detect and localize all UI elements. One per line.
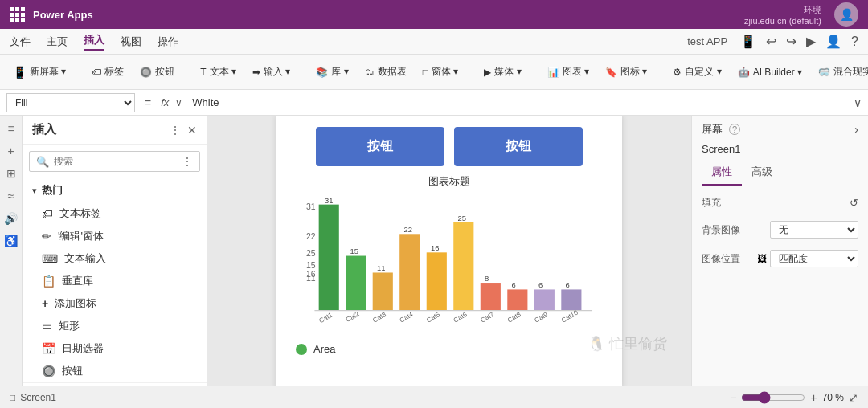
ribbon-form[interactable]: □窗体 ▾ [416,62,465,82]
item-button[interactable]: 🔘 按钮 [23,360,207,382]
ribbon-text[interactable]: T文本 ▾ [194,62,243,82]
title-bar-right: 环境 zjiu.edu.cn (default) 👤 [744,2,858,27]
watermark: 🐧 忙里偷货 [588,334,667,353]
canvas-button-2[interactable]: 按钮 [454,127,583,166]
menu-view[interactable]: 视图 [121,35,141,49]
svg-rect-22 [534,289,555,310]
gallery-icon: 📚 [316,67,328,78]
item-add-icon[interactable]: + 添加图标 [23,292,207,315]
user-icon[interactable]: 👤 [825,34,841,49]
fill-value: ↺ [850,197,858,209]
formula-bar: Fill = fx ∨ ∨ [0,90,868,116]
zoom-minus-btn[interactable]: − [730,391,736,404]
item-text-input[interactable]: ⌨ 文本输入 [23,247,207,270]
strip-insert-icon[interactable]: + [7,145,14,157]
legend-dot [296,344,307,355]
ribbon-datatable[interactable]: 🗂数据表 [358,62,413,82]
strip-media-icon[interactable]: 🔊 [4,212,18,225]
hot-chevron-icon: ▾ [32,186,37,196]
left-panel: 插入 ⋮ ✕ 🔍 ⋮ ▾ 热门 🏷 文本标签 ✏ '编辑'窗体 [23,116,207,386]
strip-tree-icon[interactable]: ≡ [7,122,14,135]
right-panel-help-icon[interactable]: ? [729,124,740,135]
strip-accessibility-icon[interactable]: ♿ [4,235,18,247]
ribbon-media[interactable]: ▶媒体 ▾ [477,62,527,82]
svg-rect-12 [399,234,420,310]
waffle-menu[interactable] [10,7,25,22]
search-input[interactable] [54,156,177,167]
help-icon[interactable]: ? [851,35,858,49]
ribbon-chart[interactable]: 📊图表 ▾ [541,62,596,82]
formula-expand-icon[interactable]: ∨ [854,96,862,109]
search-box: 🔍 ⋮ [29,151,200,172]
menu-file[interactable]: 文件 [10,35,31,49]
icons-icon: 🔖 [605,67,617,78]
item-datepicker[interactable]: 📅 日期选器 [23,337,207,360]
tab-properties[interactable]: 属性 [702,160,742,186]
image-position-select[interactable]: 匹配度 [770,250,858,267]
panel-header: 插入 ⋮ ✕ [23,116,207,145]
legend-label: Area [313,343,335,355]
fullscreen-icon[interactable]: ⤢ [849,391,858,404]
zoom-plus-btn[interactable]: + [810,391,817,404]
ai-icon: 🤖 [738,67,750,78]
formula-chevron-icon[interactable]: ∨ [175,97,182,108]
canvas-button-1[interactable]: 按钮 [316,127,444,166]
status-screen-icon: □ [10,392,15,403]
menu-home[interactable]: 主页 [47,35,68,49]
svg-text:25: 25 [306,249,316,258]
ribbon-gallery[interactable]: 📚库 ▾ [309,62,354,82]
undo-icon[interactable]: ↩ [766,34,776,49]
menu-action[interactable]: 操作 [158,35,178,49]
formula-input[interactable] [189,95,847,110]
ribbon-label[interactable]: 🏷标签 [85,62,130,82]
item-edit-form[interactable]: ✏ '编辑'窗体 [23,225,207,247]
ribbon-button[interactable]: 🔘按钮 [133,62,181,82]
zoom-slider[interactable] [741,391,805,404]
item-text-label[interactable]: 🏷 文本标签 [23,202,207,225]
avatar[interactable]: 👤 [834,2,858,27]
svg-text:Cat6: Cat6 [452,310,469,324]
section-input-header[interactable]: › 输入 [23,383,207,386]
formula-selector[interactable]: Fill [6,93,135,112]
title-bar: Power Apps 环境 zjiu.edu.cn (default) 👤 [0,0,868,29]
svg-text:16: 16 [431,243,439,252]
menu-insert[interactable]: 插入 [84,33,104,51]
section-hot-header[interactable]: ▾ 热门 [23,178,207,202]
chart-title: 图表标题 [289,174,609,189]
svg-rect-16 [453,222,473,311]
ribbon-ai[interactable]: 🤖AI Builder ▾ [731,63,809,81]
panel-close-icon[interactable]: ✕ [187,124,197,137]
item-rectangle[interactable]: ▭ 矩形 [23,315,207,337]
button-icon: 🔘 [140,67,152,78]
form-icon: □ [423,67,428,78]
image-position-value: 🖼 匹配度 [757,250,858,267]
env-org: zjiu.edu.cn (default) [744,16,821,26]
strip-var-icon[interactable]: ≈ [8,190,14,202]
new-screen-icon: 📱 [13,66,27,79]
text-label-icon: 🏷 [42,207,53,220]
env-info: 环境 zjiu.edu.cn (default) [744,4,821,26]
svg-text:Cat9: Cat9 [533,310,550,324]
strip-data-icon[interactable]: ⊞ [6,167,16,180]
bg-image-select[interactable]: 无 [770,221,858,239]
item-gallery[interactable]: 📋 垂直库 [23,270,207,292]
phone-icon[interactable]: 📱 [740,34,756,49]
redo-icon[interactable]: ↪ [786,34,796,49]
ribbon-custom[interactable]: ⚙自定义 ▾ [666,62,727,82]
ribbon-icons[interactable]: 🔖图标 ▾ [599,62,653,82]
search-more-icon[interactable]: ⋮ [182,155,193,168]
ribbon-mr[interactable]: 🥽混合现实 ▾ [812,62,868,82]
panel-sort-icon[interactable]: ⋮ [170,124,181,137]
tab-advanced[interactable]: 高级 [742,160,782,186]
svg-rect-6 [319,205,339,311]
play-icon[interactable]: ▶ [806,34,816,49]
label-icon: 🏷 [92,67,101,78]
right-panel-title-row: 屏幕 ? [702,122,740,137]
ribbon-new-screen[interactable]: 📱 新屏幕 ▾ [6,62,72,82]
ribbon-input[interactable]: ➡输入 ▾ [246,62,297,82]
right-panel-expand-icon[interactable]: › [854,123,858,136]
svg-text:6: 6 [538,280,542,289]
canvas-frame: 按钮 按钮 图表标题 31 22 25 15 16 11 31 [276,116,622,386]
fill-refresh-icon[interactable]: ↺ [850,197,858,209]
bg-image-label: 背景图像 [702,223,740,237]
